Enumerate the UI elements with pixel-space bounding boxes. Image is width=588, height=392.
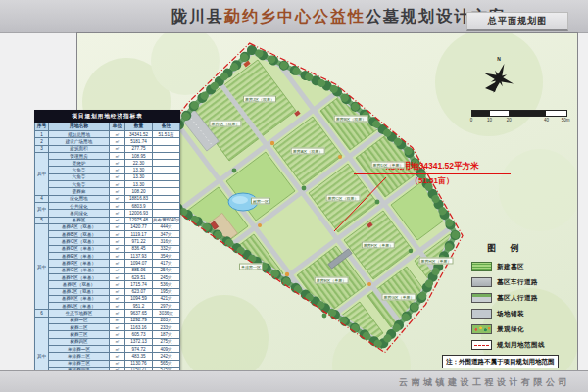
table-row: 墓葬I区（双墓）㎡1715.74536穴 [35,281,180,288]
title-bar: 陇川县勐约乡中心公益性公墓规划设计方案 总平面规划图 [0,0,588,33]
table-row: 其中管理用房㎡108.95 [35,152,180,159]
table-row: 墓间绿化㎡12006.93 [35,210,180,217]
footer-bar: 云南城镇建设工程设计有限公司 [0,370,588,392]
drawing-type-label: 总平面规划图 [466,12,568,31]
table-title: 项目规划用地经济指标表 [35,111,180,122]
legend-swatch-plot [471,262,492,271]
table-row: 单排葬二区㎡483.35242穴 [35,353,180,360]
table-row: 树葬二区㎡1163.16233穴 [35,324,180,331]
legend-label: 新建墓区 [497,263,524,271]
legend: 图 例 新建墓区墓区车行道路墓区人行道路场地铺装景观绿化规划用地范围线 [471,242,574,354]
table-row: 六角亭㎡13.30 [35,181,180,188]
column-header: 单位 [110,122,125,131]
legend-label: 墓区人行道路 [497,294,538,303]
table-row: 墓葬K区（单墓）㎡1094.59421穴 [35,295,180,302]
table-row: 墓葬F区（单墓）㎡1094.07417穴 [35,260,180,267]
table-row: 3建筑面积㎡277.75 [35,145,180,152]
table-row: 5墓葬区㎡12975.48共布置6040穴 [35,217,180,223]
table-row: 壁葬廊㎡108.20 [35,188,180,195]
legend-item: 规划用地范围线 [471,338,574,352]
table-row: 墓葬L区（单墓）㎡951.2297穴 [35,303,180,310]
table-row: 墓葬C区（双墓）㎡971.22316穴 [35,238,180,245]
legend-label: 墓区车行道路 [497,278,538,287]
pond-highlight [232,196,248,204]
table-row: 1规划总用地㎡34341.5251.51亩 [35,131,180,138]
sheet-title: 陇川县勐约乡中心公益性公墓规划设计方案 [172,7,507,27]
map-zone-label: 墓葬J区（双墓） [243,96,276,103]
map-zone-label: 墓葬F区（单墓） [362,242,395,249]
scale-label: 50m [562,118,570,122]
legend-items: 新建墓区墓区车行道路墓区人行道路场地铺装景观绿化规划用地范围线 [471,260,574,352]
scale-label: 10 [487,118,492,122]
legend-swatch-boundary [471,340,492,350]
scale-label: 20 [507,118,512,122]
table-row: 树葬四区㎡1372.13275穴 [35,338,180,345]
title-highlight: 勐约乡中心公益性 [224,8,366,24]
scale-bar-graphic [471,110,567,117]
table-row: 焚烧炉㎡22.30 [35,160,180,167]
map-zone-label: 墓葬D区（单墓） [371,162,406,169]
drawing-sheet: 陇川县勐约乡中心公益性公墓规划设计方案 总平面规划图 [0,0,588,392]
table-row: 单排葬三区㎡1130.76565穴 [35,360,180,367]
column-header: 数量 [125,122,153,131]
legend-item: 场地铺装 [471,307,574,320]
scale-label: 40 [544,118,549,122]
legend-item: 景观绿化 [471,322,574,336]
table-row: 六角亭㎡13.30 [35,173,180,180]
map-zone-label: 墓葬E区（单墓） [315,277,349,284]
map-zone-label: 墓葬H区（单墓） [419,258,454,265]
map-zone-label: 树葬一区 [251,198,270,205]
column-header: 用地名称 [49,122,110,131]
scale-bar-labels: 010204050m [471,117,567,123]
scale-bar: 010204050m [471,110,567,123]
legend-item: 新建墓区 [471,260,574,273]
table-row: 6生态节地葬区㎡9637.653036穴 [35,310,180,317]
legend-label: 景观绿化 [497,325,524,334]
table-row: 墓葬B区（双墓）㎡1119.17347穴 [35,231,180,238]
map-zone-label: 单排葬一区 [239,264,263,270]
map-zone-label: 墓葬B区（双墓） [334,116,368,122]
legend-label: 规划用地范围线 [497,341,545,350]
legend-item: 墓区车行道路 [471,275,574,289]
map-zone-label: 墓葬C区（双墓） [326,195,361,202]
legend-swatch-road [471,277,492,287]
table-row: 单排葬一区㎡974.72409穴 [35,345,180,352]
legend-title: 图 例 [487,242,574,255]
map-zone-label: 墓葬A区（双墓） [291,148,325,155]
column-header: 序号 [35,122,49,131]
table-header-row: 序号用地名称单位数量备注 [35,122,180,131]
legend-swatch-paving [471,309,492,318]
scale-label: 0 [470,118,473,122]
table-row: 树葬三区㎡605.73187穴 [35,331,180,338]
table-row: 墓葬J区（双墓）㎡623.07195穴 [35,288,180,295]
table-row: 4绿化用地㎡18816.83 [35,195,180,202]
table-row: 墓葬G区（单墓）㎡885.06254穴 [35,267,180,273]
land-area-mu: （51.51亩） [354,175,511,186]
table-row: 墓葬H区（单墓）㎡629.51245穴 [35,273,180,280]
column-header: 备注 [153,122,180,131]
table-row: 墓葬E区（单墓）㎡1137.93354穴 [35,253,180,260]
table-row: 其中树葬一区㎡1292.79203穴 [35,317,180,323]
title-prefix: 陇川县 [172,8,224,24]
legend-item: 墓区人行道路 [471,291,574,305]
indicator-table: 项目规划用地经济指标表 序号用地名称单位数量备注 1规划总用地㎡34341.52… [34,110,180,392]
table-row: 六角亭㎡13.30 [35,167,180,173]
table-row: 墓葬D区（单墓）㎡836.45332穴 [35,245,180,252]
table-row: 其中公共绿化㎡6803.9 [35,202,180,209]
note-box: 注：外围道路不属于项目规划用地范围 [442,355,559,368]
company-name: 云南城镇建设工程设计有限公司 [399,376,570,389]
north-label: N [497,56,501,62]
table-row: 2建设广场用地㎡5181.74 [35,138,180,145]
indicator-table-body: 1规划总用地㎡34341.5251.51亩2建设广场用地㎡5181.743建筑面… [35,131,180,392]
legend-swatch-green [471,324,492,334]
legend-swatch-path [471,293,492,303]
map-zone-label: 墓葬I区（双墓） [209,121,241,127]
table-row: 其中墓葬A区（双墓）㎡1420.77444穴 [35,223,180,230]
legend-label: 场地铺装 [497,310,524,318]
map-zone-label: 墓葬G区（单墓） [381,294,416,301]
